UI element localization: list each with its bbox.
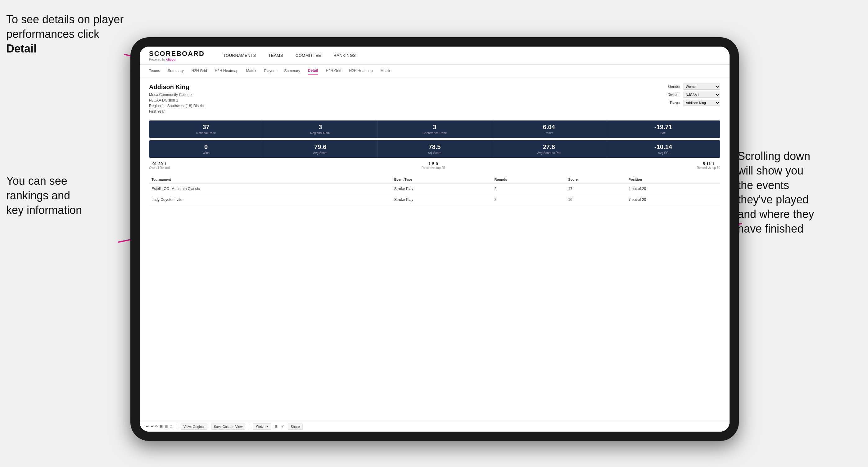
gender-label: Gender — [668, 85, 681, 89]
stat-label: Avg Score to Par — [495, 151, 603, 155]
undo-icon[interactable]: ↩ — [146, 425, 149, 429]
subnav-detail[interactable]: Detail — [308, 67, 318, 74]
annotation-top-left-text: To see details on player performances cl… — [6, 13, 124, 40]
layout-icon[interactable]: ▤ — [164, 425, 168, 429]
gender-select[interactable]: Women — [683, 84, 720, 90]
subnav-h2h-heatmap2[interactable]: H2H Heatmap — [349, 67, 373, 74]
refresh-icon[interactable]: ⟳ — [155, 425, 158, 429]
main-content[interactable]: Addison King Mesa Community College NJCA… — [140, 77, 730, 421]
sub-nav: Teams Summary H2H Grid H2H Heatmap Matri… — [140, 65, 730, 77]
logo-scoreboard: SCOREBOARD — [149, 50, 205, 58]
player-year: First Year — [149, 109, 205, 114]
annotation-bl3: key information — [6, 204, 82, 216]
fullscreen-icon[interactable]: ⤢ — [281, 425, 284, 429]
position: 7 out of 20 — [626, 194, 720, 205]
share-btn[interactable]: Share — [288, 424, 302, 430]
view-original-btn[interactable]: View: Original — [181, 424, 207, 430]
redo-icon[interactable]: ↪ — [151, 425, 153, 429]
player-header: Addison King Mesa Community College NJCA… — [149, 84, 720, 114]
bottom-toolbar: ↩ ↪ ⟳ ⊞ ▤ ⏱ View: Original Save Custom V… — [140, 421, 730, 432]
stat-label: Wins — [152, 151, 260, 155]
player-filter: Player Addison King — [670, 100, 720, 106]
annotation-detail-bold: Detail — [6, 42, 37, 55]
stat-cell-avg-score-to-par: 27.8Avg Score to Par — [492, 141, 606, 158]
tournament-name: Estella CC- Mountain Classic — [149, 184, 371, 194]
stat-cell-regional-rank: 3Regional Rank — [263, 121, 377, 138]
player-filter-label: Player — [670, 101, 681, 105]
record-label: Record vs top 50 — [696, 166, 720, 169]
player-division: NJCAA Division 1 — [149, 97, 205, 103]
annotation-bl1: You can see — [6, 175, 67, 187]
watch-btn[interactable]: Watch ▾ — [253, 423, 271, 430]
table-row[interactable]: Lady Coyote Invite Stroke Play 2 16 7 ou… — [149, 194, 720, 205]
player-info: Addison King Mesa Community College NJCA… — [149, 84, 205, 114]
subnav-matrix[interactable]: Matrix — [246, 67, 256, 74]
stat-cell-wins: 0Wins — [149, 141, 263, 158]
subnav-players[interactable]: Players — [264, 67, 276, 74]
tournament-empty — [371, 184, 392, 194]
player-region: Region 1 - Southwest (18) District — [149, 103, 205, 109]
subnav-matrix2[interactable]: Matrix — [381, 67, 391, 74]
score: 16 — [566, 194, 626, 205]
col-rounds: Rounds — [492, 176, 566, 184]
stat-value: -19.71 — [609, 124, 718, 131]
clock-icon[interactable]: ⏱ — [169, 425, 173, 429]
top-nav: SCOREBOARD Powered by clippd TOURNAMENTS… — [140, 46, 730, 65]
stat-cell-avg-score: 79.6Avg Score — [263, 141, 377, 158]
subnav-h2h-grid[interactable]: H2H Grid — [191, 67, 207, 74]
stat-label: Adj Score — [380, 151, 489, 155]
stat-cell-conference-rank: 3Conference Rank — [377, 121, 492, 138]
annotation-r6: have finished — [738, 222, 803, 235]
subnav-summary[interactable]: Summary — [168, 67, 183, 74]
toolbar-sep-2 — [249, 424, 249, 429]
event-type: Stroke Play — [392, 184, 492, 194]
player-name: Addison King — [149, 84, 205, 91]
record-value: 1-5-0 — [422, 161, 445, 166]
toolbar-history: ↩ ↪ ⟳ ⊞ ▤ ⏱ — [146, 425, 173, 429]
col-position: Position — [626, 176, 720, 184]
annotation-right: Scrolling down will show you the events … — [738, 149, 862, 236]
stat-value: 3 — [266, 124, 375, 131]
stats-row-1: 37National Rank3Regional Rank3Conference… — [149, 121, 720, 138]
stat-value: 79.6 — [266, 144, 375, 151]
tablet-screen: SCOREBOARD Powered by clippd TOURNAMENTS… — [140, 46, 730, 432]
subnav-h2h-heatmap[interactable]: H2H Heatmap — [215, 67, 239, 74]
annotation-top-left: To see details on player performances cl… — [6, 12, 124, 56]
record-item: 91-20-1Overall Record — [149, 161, 170, 169]
col-empty — [371, 176, 392, 184]
subnav-summary2[interactable]: Summary — [284, 67, 300, 74]
record-label: Overall Record — [149, 166, 170, 169]
player-select[interactable]: Addison King — [683, 100, 720, 106]
grid-icon[interactable]: ⊞ — [160, 425, 163, 429]
stat-value: 0 — [152, 144, 260, 151]
save-custom-view-btn[interactable]: Save Custom View — [211, 424, 246, 430]
col-score: Score — [566, 176, 626, 184]
stat-label: Avg SG — [609, 151, 718, 155]
position: 4 out of 20 — [626, 184, 720, 194]
record-value: 5-11-1 — [696, 161, 720, 166]
nav-rankings[interactable]: RANKINGS — [333, 52, 356, 59]
logo-clippd: clippd — [166, 58, 176, 61]
stat-value: -10.14 — [609, 144, 718, 151]
division-label: Division — [668, 93, 681, 97]
stat-value: 3 — [380, 124, 489, 131]
record-label: Record vs top 25 — [422, 166, 445, 169]
subnav-teams[interactable]: Teams — [149, 67, 160, 74]
stat-value: 27.8 — [495, 144, 603, 151]
annotation-bottom-left: You can see rankings and key information — [6, 174, 105, 217]
nav-tournaments[interactable]: TOURNAMENTS — [223, 52, 256, 59]
tournament-empty — [371, 194, 392, 205]
nav-committee[interactable]: COMMITTEE — [296, 52, 321, 59]
records-row: 91-20-1Overall Record1-5-0Record vs top … — [149, 160, 720, 171]
toolbar-sep-1 — [177, 424, 177, 429]
stat-value: 37 — [152, 124, 260, 131]
table-row[interactable]: Estella CC- Mountain Classic Stroke Play… — [149, 184, 720, 194]
stat-label: Avg Score — [266, 151, 375, 155]
stat-cell-adj-score: 78.5Adj Score — [377, 141, 492, 158]
tablet-icon[interactable]: ⊟ — [275, 425, 278, 429]
annotation-r1: Scrolling down — [738, 150, 810, 162]
division-select[interactable]: NJCAA I — [683, 92, 720, 98]
nav-teams[interactable]: TEAMS — [269, 52, 283, 59]
subnav-h2h-grid2[interactable]: H2H Grid — [326, 67, 341, 74]
stats-row-2: 0Wins79.6Avg Score78.5Adj Score27.8Avg S… — [149, 141, 720, 158]
